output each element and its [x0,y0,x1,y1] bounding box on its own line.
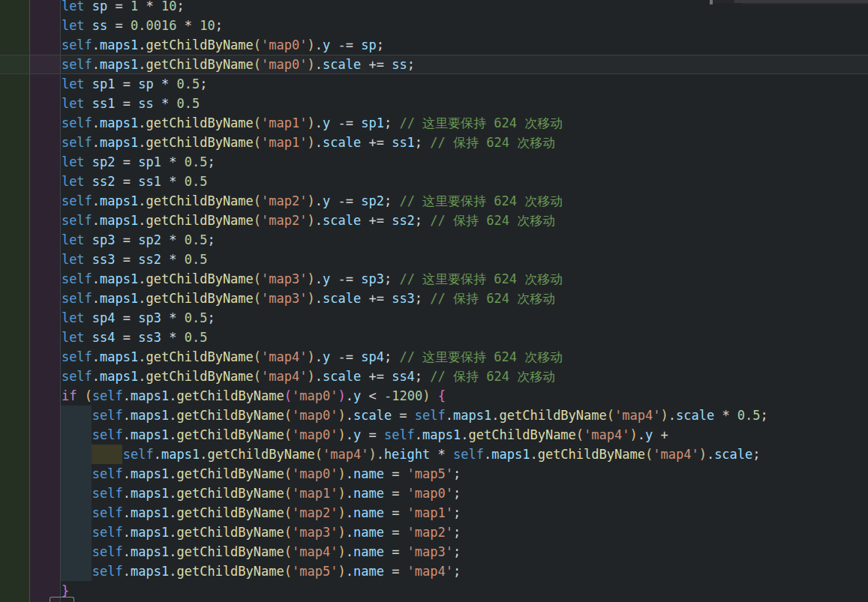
code-token: . [169,408,176,423]
code-token: y [353,427,361,442]
code-line[interactable]: self.maps1.getChildByName('map0').scale … [0,55,868,74]
code-token: self [453,447,484,462]
code-line[interactable]: self.maps1.getChildByName('map0').y = se… [0,425,868,445]
code-line[interactable]: self.maps1.getChildByName('map3').scale … [0,289,868,308]
code-token: = [384,564,407,579]
code-token: ) [338,525,345,540]
code-line[interactable]: let sp2 = sp1 * 0.5; [0,152,868,172]
code-token: name [353,564,384,579]
code-token: ss [392,57,407,72]
code-token: scale [714,447,752,462]
code-token: . [491,408,499,423]
code-token: getChildByName [538,447,645,462]
code-token: ( [254,193,261,208]
code-token: sp [138,76,153,91]
code-line[interactable]: } [0,581,868,601]
code-token: maps1 [131,408,169,423]
code-line[interactable]: self.maps1.getChildByName('map0').y -= s… [0,35,868,55]
code-line[interactable]: self.maps1.getChildByName('map2').scale … [0,211,868,230]
code-token: getChildByName [176,564,284,579]
code-line[interactable]: self.maps1.getChildByName('map4').scale … [0,367,868,386]
code-line[interactable]: let ss = 0.0016 * 10; [0,16,868,35]
code-token: getChildByName [146,37,254,52]
code-token: ( [284,525,292,540]
code-token: ) [308,291,315,306]
code-token: ( [254,369,261,384]
code-token: sp [92,0,107,13]
code-token: . [315,271,323,286]
code-line[interactable]: if (self.maps1.getChildByName('map0').y … [0,386,868,406]
code-line[interactable]: let sp1 = sp * 0.5; [0,74,868,94]
code-token: getChildByName [146,291,254,306]
code-token [0,115,62,130]
code-token: self [62,193,92,208]
code-token: getChildByName [176,408,284,423]
code-line[interactable]: self.maps1.getChildByName('map4').y -= s… [0,347,868,367]
code-token: ) [308,369,315,384]
code-line[interactable]: self.maps1.getChildByName('map1').name =… [0,484,868,503]
code-token: = [116,310,139,325]
code-token: . [123,486,131,501]
code-token [0,193,62,208]
code-token: ( [576,427,584,442]
code-token: = [116,174,139,189]
code-line[interactable]: self.maps1.getChildByName('map2').y -= s… [0,191,868,211]
code-token: if [62,388,77,403]
code-token: += [361,135,392,150]
code-token: self [92,388,123,403]
code-token: ; [207,232,215,247]
code-line[interactable]: let sp4 = sp3 * 0.5; [0,308,868,328]
code-token: 0.5 [185,310,208,325]
code-token: maps1 [100,135,138,150]
code-line[interactable]: let ss2 = ss1 * 0.5 [0,172,868,191]
code-line[interactable]: let ss4 = ss3 * 0.5 [0,328,868,347]
code-line[interactable]: let ss1 = ss * 0.5 [0,94,868,113]
code-token: = [361,427,384,442]
code-token: 'map1' [407,505,453,520]
code-token: . [346,564,353,579]
code-token [77,388,84,403]
code-line[interactable]: self.maps1.getChildByName('map3').name =… [0,523,868,542]
code-line[interactable]: self.maps1.getChildByName('map3').y -= s… [0,269,868,289]
code-token: ss2 [392,213,415,228]
code-token: = [392,408,415,423]
code-comment: // 保持 624 次移动 [430,135,555,150]
code-token: . [138,213,146,228]
code-token: getChildByName [146,115,254,130]
code-line[interactable]: self.maps1.getChildByName('map0').scale … [0,406,868,425]
code-token: let [62,154,92,169]
code-token: name [353,486,384,501]
code-token [0,564,92,579]
code-line[interactable]: self.maps1.getChildByName('map4').name =… [0,542,868,562]
code-line[interactable]: let sp3 = sp2 * 0.5; [0,230,868,250]
code-token: ) [308,271,315,286]
code-editor-pane[interactable]: let sp = 1 * 10; let ss = 0.0016 * 10; s… [0,0,868,602]
code-token: * [161,174,185,189]
code-line[interactable]: self.maps1.getChildByName('map1').scale … [0,133,868,152]
code-token: ; [377,37,384,52]
code-token [0,408,92,423]
code-token: ( [254,57,261,72]
code-content[interactable]: let sp = 1 * 10; let ss = 0.0016 * 10; s… [0,0,868,601]
code-token: . [346,525,353,540]
code-line[interactable]: self.maps1.getChildByName('map1').y -= s… [0,113,868,133]
find-widget-edge[interactable] [734,0,868,3]
code-token [0,310,62,325]
code-token: ; [407,57,415,72]
partial-widget-outline [50,597,74,602]
code-token: . [123,564,131,579]
code-token: . [377,447,384,462]
code-line[interactable]: self.maps1.getChildByName('map2').name =… [0,503,868,523]
code-line[interactable]: self.maps1.getChildByName('map0').name =… [0,464,868,484]
code-token: ss [138,96,153,111]
code-token: . [138,291,146,306]
code-line[interactable]: self.maps1.getChildByName('map4').height… [0,445,868,464]
code-token: ( [315,447,323,462]
code-token: ; [453,466,461,481]
code-line[interactable]: let ss3 = ss2 * 0.5 [0,250,868,269]
code-token: -= [330,349,361,364]
code-line[interactable]: self.maps1.getChildByName('map5').name =… [0,562,868,581]
code-token: } [62,583,69,598]
code-token: getChildByName [146,213,254,228]
resize-sash[interactable] [710,0,713,4]
